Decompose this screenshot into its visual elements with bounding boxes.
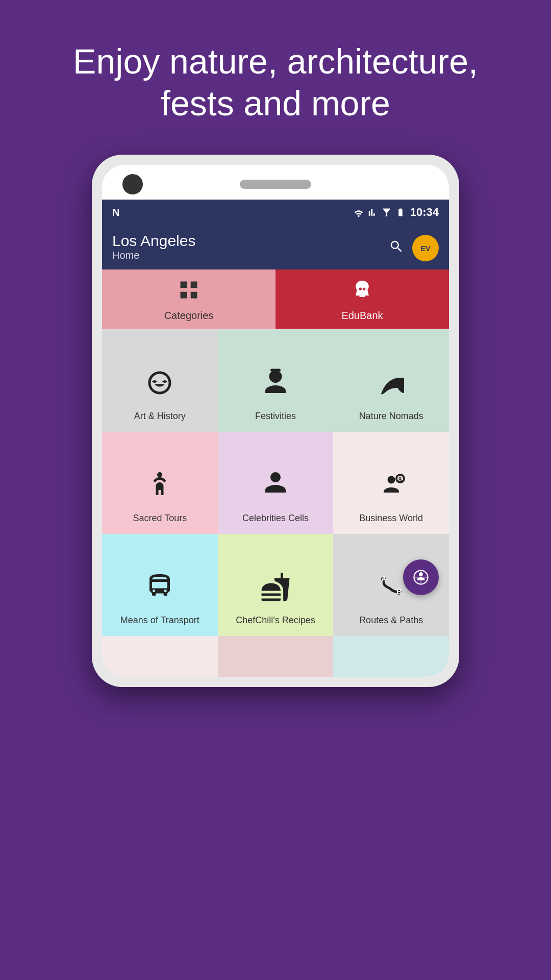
nature-nomads-label: Nature Nomads	[359, 411, 423, 422]
art-history-icon	[144, 368, 175, 403]
svg-text:$: $	[398, 476, 402, 483]
business-world-label: Business World	[359, 513, 423, 524]
festivities-label: Festivities	[255, 411, 296, 422]
tab-edubank[interactable]: EduBank	[276, 270, 449, 329]
art-history-label: Art & History	[134, 411, 186, 422]
phone-container: N 10:34	[92, 155, 459, 687]
battery-icon	[395, 208, 406, 217]
chefchili-recipes-label: ChefChili's Recipes	[236, 615, 315, 626]
category-item-nature-nomads[interactable]: Nature Nomads	[333, 330, 449, 432]
phone-top	[102, 165, 449, 200]
means-of-transport-icon	[144, 572, 175, 607]
app-bar-title: Los Angeles Home	[112, 232, 195, 261]
category-item-routes-paths[interactable]: A B Routes & Paths	[333, 534, 449, 636]
hero-text: Enjoy nature, architecture, fests and mo…	[0, 0, 551, 155]
category-item-celebrities-cells[interactable]: Celebrities Cells	[218, 432, 334, 534]
celebrities-cells-label: Celebrities Cells	[242, 513, 309, 524]
category-item-bottom-1[interactable]	[102, 636, 218, 677]
category-grid: Art & History Festivities	[102, 330, 449, 636]
category-item-means-of-transport[interactable]: Means of Transport	[102, 534, 218, 636]
categories-tab-label: Categories	[164, 310, 214, 322]
logo-badge[interactable]: EV	[412, 235, 439, 261]
fab-button[interactable]	[403, 559, 439, 595]
sacred-tours-label: Sacred Tours	[133, 513, 187, 524]
sacred-tours-icon	[144, 470, 175, 505]
category-item-bottom-2[interactable]	[218, 636, 334, 677]
category-item-bottom-3[interactable]	[333, 636, 449, 677]
phone-inner: N 10:34	[102, 165, 449, 677]
festivities-icon	[260, 368, 291, 403]
svg-text:B: B	[396, 587, 402, 596]
app-notification-icon: N	[112, 207, 119, 218]
status-bar: N 10:34	[102, 200, 449, 225]
bottom-partial-row	[102, 636, 449, 677]
app-bar-icons: EV	[389, 235, 439, 261]
wifi-icon	[353, 208, 364, 217]
chefchili-recipes-icon	[260, 572, 291, 607]
svg-text:A: A	[381, 574, 387, 583]
svg-text:EV: EV	[420, 245, 431, 253]
edubank-tab-label: EduBank	[341, 310, 383, 322]
svg-point-5	[387, 476, 395, 484]
svg-marker-0	[416, 239, 435, 258]
category-item-sacred-tours[interactable]: Sacred Tours	[102, 432, 218, 534]
business-world-icon: $	[376, 470, 407, 505]
tabs: Categories EduBank	[102, 270, 449, 330]
speaker	[240, 180, 311, 189]
category-item-chefchili-recipes[interactable]: ChefChili's Recipes	[218, 534, 334, 636]
status-left: N	[112, 207, 119, 218]
camera	[122, 174, 143, 194]
means-of-transport-label: Means of Transport	[120, 615, 199, 626]
status-time: 10:34	[410, 206, 439, 219]
edubank-tab-icon	[351, 279, 373, 306]
routes-paths-icon: A B	[376, 572, 407, 607]
signal-icon	[368, 208, 378, 217]
category-item-art-history[interactable]: Art & History	[102, 330, 218, 432]
nature-nomads-icon	[376, 368, 407, 403]
status-right: 10:34	[353, 206, 439, 219]
svg-rect-2	[270, 369, 281, 372]
app-subtitle: Home	[112, 250, 195, 261]
search-button[interactable]	[389, 239, 404, 258]
app-bar: Los Angeles Home EV	[102, 225, 449, 270]
category-item-business-world[interactable]: $ Business World	[333, 432, 449, 534]
city-name: Los Angeles	[112, 232, 195, 250]
routes-paths-label: Routes & Paths	[359, 615, 423, 626]
categories-tab-icon	[178, 279, 200, 306]
tab-categories[interactable]: Categories	[102, 270, 276, 329]
svg-point-3	[157, 472, 162, 477]
signal2-icon	[382, 208, 391, 217]
celebrities-cells-icon	[260, 470, 291, 505]
category-item-festivities[interactable]: Festivities	[218, 330, 334, 432]
